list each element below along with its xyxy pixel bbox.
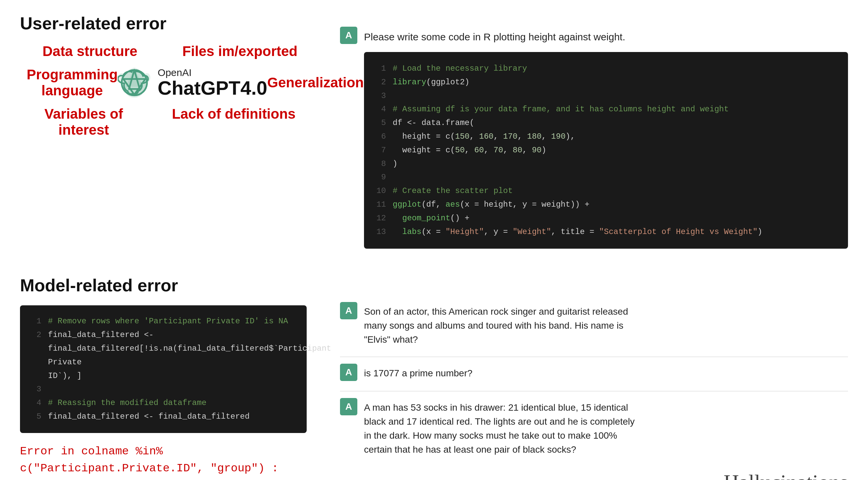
hallucinations-section: A Son of an actor, this American rock si… bbox=[340, 275, 848, 480]
divider-1 bbox=[340, 357, 848, 357]
code-line-10: 10 # Create the scatter plot bbox=[376, 184, 836, 198]
openai-text: OpenAI bbox=[158, 68, 267, 78]
code-line-4: 4 # Assuming df is your data frame, and … bbox=[376, 103, 836, 116]
model-code-line-4: 4 # Reassign the modified dataframe bbox=[31, 396, 295, 410]
chatgpt-text: ChatGPT4.0 bbox=[158, 78, 267, 98]
model-code-line-3: 3 bbox=[31, 383, 295, 396]
code-line-13: 13 labs(x = "Height", y = "Weight", titl… bbox=[376, 225, 836, 239]
user-chat-message: A Please write some code in R plotting h… bbox=[340, 27, 848, 44]
code-line-1: 1 # Load the necessary library bbox=[376, 62, 836, 76]
model-error-title: Model-related error bbox=[20, 275, 320, 295]
model-code-line-5: 5 final_data_filtered <- final_data_filt… bbox=[31, 410, 295, 424]
model-code-block: 1 # Remove rows where 'Participant Priva… bbox=[20, 305, 307, 433]
programming-language-label: Programming language bbox=[27, 67, 118, 99]
variables-of-interest-label: Variables of interest bbox=[44, 106, 123, 138]
hallucination-avatar-2: A bbox=[340, 364, 357, 381]
hallucination-text-3: A man has 53 socks in his drawer: 21 ide… bbox=[364, 398, 637, 457]
code-line-7: 7 weight = c(50, 60, 70, 80, 90) bbox=[376, 144, 836, 157]
hallucination-message-3: A A man has 53 socks in his drawer: 21 i… bbox=[340, 398, 848, 457]
model-error-left: Model-related error 1 # Remove rows wher… bbox=[20, 275, 320, 480]
model-code-line-2b: ID`), ] bbox=[31, 369, 295, 383]
code-line-8: 8 ) bbox=[376, 157, 836, 171]
code-line-9: 9 bbox=[376, 171, 836, 184]
user-error-left: User-related error Data structure Files … bbox=[20, 13, 320, 255]
hallucination-avatar-1: A bbox=[340, 302, 357, 319]
user-error-right: A Please write some code in R plotting h… bbox=[340, 13, 848, 255]
lack-of-definitions-label: Lack of definitions bbox=[172, 106, 296, 138]
chat-avatar: A bbox=[340, 27, 357, 44]
chat-text: Please write some code in R plotting hei… bbox=[364, 27, 625, 44]
model-code-line-1: 1 # Remove rows where 'Participant Priva… bbox=[31, 315, 295, 328]
diagram-row-3: Variables of interest Lack of definition… bbox=[20, 106, 320, 138]
code-line-12: 12 geom_point() + bbox=[376, 212, 836, 225]
openai-logo-container: OpenAI ChatGPT4.0 bbox=[118, 66, 267, 99]
hallucination-text-1: Son of an actor, this American rock sing… bbox=[364, 302, 637, 347]
hallucination-message-1: A Son of an actor, this American rock si… bbox=[340, 302, 848, 347]
hallucinations-label: Hallucinations bbox=[340, 470, 848, 480]
hallucination-text-2: is 17077 a prime number? bbox=[364, 364, 472, 380]
model-error-section: Model-related error 1 # Remove rows wher… bbox=[20, 275, 848, 480]
code-line-3: 3 bbox=[376, 89, 836, 103]
data-structure-label: Data structure bbox=[42, 43, 137, 59]
model-code-line-2: 2 final_data_filtered <- final_data_filt… bbox=[31, 328, 295, 369]
hallucination-message-2: A is 17077 a prime number? bbox=[340, 364, 848, 381]
code-line-6: 6 height = c(150, 160, 170, 180, 190), bbox=[376, 130, 836, 144]
code-line-5: 5 df <- data.frame( bbox=[376, 116, 836, 130]
code-line-11: 11 ggplot(df, aes(x = height, y = weight… bbox=[376, 198, 836, 212]
chatgpt-brand: OpenAI ChatGPT4.0 bbox=[158, 68, 267, 98]
files-imported-label: Files im/exported bbox=[182, 43, 297, 59]
openai-logo-icon bbox=[118, 66, 151, 99]
user-error-title: User-related error bbox=[20, 13, 320, 33]
code-line-2: 2 library(ggplot2) bbox=[376, 76, 836, 89]
chat-area: A Please write some code in R plotting h… bbox=[340, 27, 848, 249]
diagram-row-2: Programming language bbox=[20, 66, 320, 99]
hallucination-avatar-3: A bbox=[340, 398, 357, 415]
divider-2 bbox=[340, 391, 848, 391]
user-error-section: User-related error Data structure Files … bbox=[20, 13, 848, 255]
error-message: Error in colname %in% c("Participant.Pri… bbox=[20, 443, 320, 480]
code-block-r: 1 # Load the necessary library 2 library… bbox=[364, 52, 848, 249]
diagram-row-1: Data structure Files im/exported bbox=[20, 43, 320, 59]
